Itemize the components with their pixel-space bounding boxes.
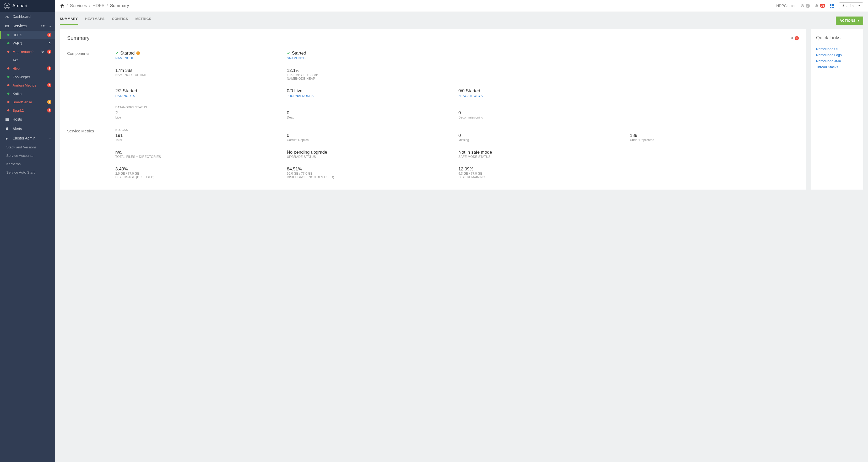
sidebar-service-hdfs[interactable]: HDFS3 (0, 31, 55, 39)
dashboard-icon (5, 15, 9, 18)
crumb-services[interactable]: Services (70, 3, 87, 8)
tab-configs[interactable]: CONFIGS (112, 17, 128, 25)
svg-rect-1 (5, 25, 9, 26)
user-menu[interactable]: admin ▼ (839, 2, 863, 9)
alert-badge: 3 (47, 33, 51, 37)
services-icon (5, 24, 9, 28)
quick-link-thread-stacks[interactable]: Thread Stacks (816, 65, 858, 69)
ellipsis-icon[interactable]: ••• (41, 24, 46, 28)
restart-icon[interactable] (49, 41, 51, 46)
background-ops-button[interactable]: 0 (800, 4, 810, 8)
svg-point-8 (843, 5, 844, 6)
nav-label: Hosts (12, 117, 22, 121)
chevron-down-icon[interactable]: ⌄ (49, 137, 51, 140)
summary-alert-badge: 3 (795, 36, 799, 40)
metric-under: 189 Under Replicated (630, 133, 799, 142)
sidebar-service-mapreduce2[interactable]: MapReduce21 (0, 48, 55, 56)
nav-hosts[interactable]: Hosts (0, 115, 55, 124)
status-dot-icon (7, 42, 9, 44)
tab-summary[interactable]: SUMMARY (60, 17, 78, 25)
svg-point-7 (802, 5, 803, 6)
admin-item-service-auto-start[interactable]: Service Auto Start (0, 168, 55, 176)
service-label: ZooKeeper (12, 75, 30, 79)
user-icon (842, 4, 845, 7)
metric-upgrade: No pending upgrade UPGRADE STATUS (287, 150, 456, 158)
metric-corrupt: 0 Corrupt Replica (287, 133, 456, 142)
nav-dashboard[interactable]: Dashboard (0, 12, 55, 21)
bell-icon (790, 36, 794, 40)
admin-item-kerberos[interactable]: Kerberos (0, 160, 55, 168)
metric-dn-dead: 0 Dead (287, 110, 456, 119)
nav-label: Services (12, 24, 27, 28)
metric-nfsgateways: 0/0 Started NFSGATEWAYS (458, 88, 627, 98)
ops-badge: 0 (806, 4, 810, 8)
apps-icon (830, 4, 834, 8)
status-dot-icon (7, 101, 9, 103)
section-components-label: Components (67, 51, 115, 119)
actions-button[interactable]: ACTIONS ▼ (836, 17, 863, 25)
apps-button[interactable] (830, 4, 834, 8)
restart-icon[interactable] (41, 50, 44, 54)
cluster-name[interactable]: HDPCluster (776, 4, 796, 8)
service-label: Ambari Metrics (12, 83, 36, 87)
alerts-button[interactable]: 30 (814, 4, 825, 8)
admin-item-label: Service Auto Start (6, 170, 35, 174)
sidebar-service-tez[interactable]: Tez (0, 56, 55, 64)
journalnodes-link[interactable]: JOURNALNODES (287, 94, 314, 98)
metric-journalnodes: 0/0 Live JOURNALNODES (287, 88, 456, 98)
summary-title: Summary (67, 35, 90, 41)
nav-alerts[interactable]: Alerts (0, 124, 55, 134)
section-metrics-label: Service Metrics (67, 128, 115, 179)
topbar: / Services / HDFS / Summary HDPCluster 0… (55, 0, 868, 12)
metric-namenode: ✔Started1 NAMENODE (115, 51, 284, 60)
tab-heatmaps[interactable]: HEATMAPS (85, 17, 104, 25)
nfsgateways-link[interactable]: NFSGATEWAYS (458, 94, 483, 98)
sidebar-service-zookeeper[interactable]: ZooKeeper (0, 73, 55, 81)
metric-dn-decom: 0 Decommissioning (458, 110, 627, 119)
sidebar-service-yarn[interactable]: YARN (0, 39, 55, 48)
quick-link-namenode-logs[interactable]: NameNode Logs (816, 53, 858, 57)
wrench-icon (5, 136, 9, 140)
nav-label: Cluster Admin (12, 136, 35, 140)
hosts-icon (5, 118, 9, 121)
caret-down-icon: ▼ (858, 4, 860, 7)
quick-link-namenode-jmx[interactable]: NameNode JMX (816, 59, 858, 63)
status-dot-icon (7, 34, 9, 36)
brand[interactable]: Ambari (0, 0, 55, 12)
check-icon: ✔ (287, 51, 290, 56)
check-icon: ✔ (115, 51, 119, 56)
home-icon[interactable] (60, 3, 64, 8)
alert-badge: 2 (47, 66, 51, 70)
nav-cluster-admin[interactable]: Cluster Admin ⌄ (0, 134, 55, 143)
chevron-down-icon[interactable]: ⌄ (49, 24, 51, 28)
sidebar-service-spark2[interactable]: Spark22 (0, 106, 55, 115)
service-label: MapReduce2 (12, 50, 34, 54)
namenode-link[interactable]: NAMENODE (115, 56, 134, 60)
main: SUMMARYHEATMAPSCONFIGSMETRICS ACTIONS ▼ … (55, 0, 868, 194)
actions-label: ACTIONS (839, 19, 856, 23)
breadcrumb: / Services / HDFS / Summary (60, 3, 129, 8)
sidebar-service-kafka[interactable]: Kafka (0, 89, 55, 98)
blocks-header: BLOCKS (115, 128, 799, 132)
admin-item-service-accounts[interactable]: Service Accounts (0, 151, 55, 160)
quick-link-namenode-ui[interactable]: NameNode UI (816, 47, 858, 51)
admin-item-stack-and-versions[interactable]: Stack and Versions (0, 143, 55, 151)
sidebar-service-hive[interactable]: Hive2 (0, 64, 55, 73)
tab-metrics[interactable]: METRICS (135, 17, 152, 25)
summary-title-row: Summary 3 (67, 35, 799, 41)
sidebar-service-ambari-metrics[interactable]: Ambari Metrics3 (0, 81, 55, 89)
metric-blocks-total: 191 Total (115, 133, 284, 142)
summary-alerts-chip[interactable]: 3 (790, 36, 799, 40)
metric-uptime: 17m 38s NAMENODE UPTIME (115, 68, 284, 81)
metric-missing: 0 Missing (458, 133, 627, 142)
metric-snamenode: ✔Started SNAMENODE (287, 51, 456, 60)
nav-services-header[interactable]: Services ••• ⌄ (0, 21, 55, 31)
sidebar-service-smartsense[interactable]: SmartSense1 (0, 98, 55, 106)
snamenode-link[interactable]: SNAMENODE (287, 56, 308, 60)
summary-card: Summary 3 Components ✔Started1 NAMENODE (60, 29, 806, 190)
nav-label: Dashboard (12, 15, 31, 19)
user-name: admin (846, 4, 857, 8)
metric-datanodes: 2/2 Started DATANODES (115, 88, 284, 98)
datanodes-link[interactable]: DATANODES (115, 94, 135, 98)
crumb-hdfs[interactable]: HDFS (93, 3, 104, 8)
